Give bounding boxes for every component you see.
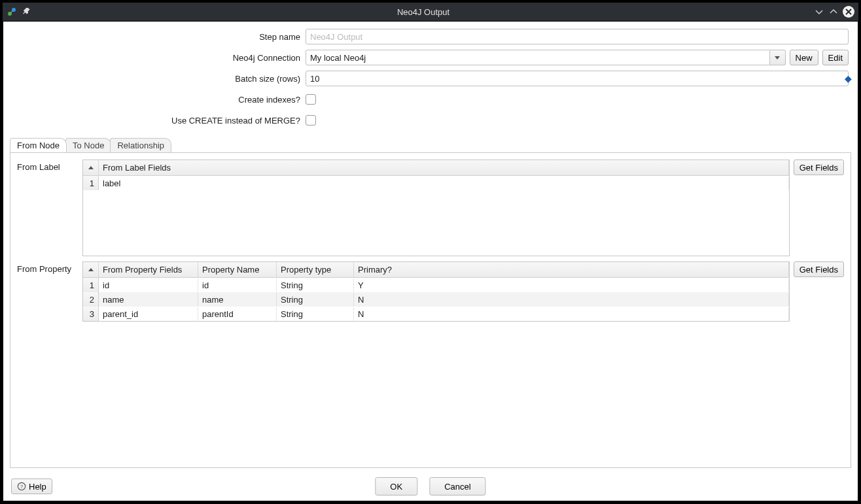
- variable-icon[interactable]: ◆: [845, 73, 852, 81]
- pin-icon[interactable]: [22, 7, 33, 17]
- batch-size-label: Batch size (rows): [12, 74, 306, 84]
- table-row[interactable]: 2 name name String N: [83, 292, 789, 307]
- use-create-label: Use CREATE instead of MERGE?: [12, 116, 306, 126]
- help-label: Help: [29, 482, 46, 492]
- row-number: 1: [83, 176, 99, 190]
- dialog-body: Step name Neo4j Connection New Edit Batc…: [3, 21, 858, 501]
- from-property-get-fields-button[interactable]: Get Fields: [794, 261, 844, 277]
- from-property-grid-header: From Property Fields Property Name Prope…: [83, 262, 789, 278]
- batch-size-input[interactable]: [306, 71, 849, 86]
- sort-icon[interactable]: [83, 262, 99, 277]
- from-property-grid[interactable]: From Property Fields Property Name Prope…: [82, 261, 790, 322]
- cell-label-field[interactable]: label: [99, 177, 789, 190]
- tab-panel-from-node: From Label From Label Fields 1 label: [10, 152, 851, 468]
- create-indexes-label: Create indexes?: [12, 95, 306, 105]
- window-title: Neo4J Output: [33, 7, 814, 17]
- from-property-section: From Property From Property Fields Prope…: [17, 261, 844, 461]
- form-area: Step name Neo4j Connection New Edit Batc…: [3, 22, 858, 137]
- svg-text:?: ?: [20, 484, 24, 490]
- close-icon[interactable]: [843, 6, 854, 18]
- help-icon: ?: [17, 482, 26, 491]
- cell-type[interactable]: String: [277, 294, 354, 306]
- table-row[interactable]: 3 parent_id parentId String N: [83, 307, 789, 321]
- dialog-window: Neo4J Output Step name Neo4j Connectio: [0, 0, 861, 504]
- header-primary[interactable]: Primary?: [354, 262, 789, 277]
- maximize-icon[interactable]: [828, 7, 839, 17]
- header-property-fields[interactable]: From Property Fields: [99, 262, 198, 277]
- header-property-type[interactable]: Property type: [277, 262, 354, 277]
- cell-field[interactable]: name: [99, 294, 198, 306]
- from-label-grid[interactable]: From Label Fields 1 label: [82, 160, 790, 256]
- row-number: 1: [83, 278, 99, 292]
- cell-field[interactable]: id: [99, 279, 198, 292]
- from-label-grid-header: From Label Fields: [83, 160, 789, 176]
- tab-to-node[interactable]: To Node: [65, 138, 111, 152]
- ok-button[interactable]: OK: [375, 477, 417, 496]
- row-number: 3: [83, 307, 99, 321]
- help-button[interactable]: ? Help: [11, 479, 52, 494]
- from-label-get-fields-button[interactable]: Get Fields: [794, 160, 844, 175]
- connection-label: Neo4j Connection: [12, 53, 306, 63]
- from-label-section: From Label From Label Fields 1 label: [17, 160, 844, 256]
- cell-name[interactable]: parentId: [198, 308, 277, 320]
- from-label-title: From Label: [17, 160, 77, 172]
- table-row[interactable]: 1 label: [83, 176, 789, 190]
- dialog-footer: ? Help OK Cancel: [3, 472, 858, 501]
- app-icon: [7, 7, 17, 17]
- cell-type[interactable]: String: [277, 308, 354, 320]
- cell-type[interactable]: String: [277, 279, 354, 292]
- cancel-button[interactable]: Cancel: [429, 477, 485, 496]
- step-name-label: Step name: [12, 32, 306, 42]
- from-label-fields-header[interactable]: From Label Fields: [99, 160, 789, 175]
- cell-field[interactable]: parent_id: [99, 308, 198, 320]
- svg-line-2: [10, 10, 13, 13]
- from-property-title: From Property: [17, 261, 77, 274]
- cell-name[interactable]: id: [198, 279, 277, 292]
- connection-combo[interactable]: [306, 50, 786, 65]
- tab-from-node[interactable]: From Node: [10, 138, 67, 152]
- cell-primary[interactable]: N: [354, 294, 789, 306]
- row-number: 2: [83, 292, 99, 307]
- minimize-icon[interactable]: [814, 7, 824, 17]
- tabs-bar: From Node To Node Relationship: [3, 137, 858, 152]
- connection-new-button[interactable]: New: [790, 50, 818, 65]
- table-row[interactable]: 1 id id String Y: [83, 278, 789, 292]
- cell-primary[interactable]: Y: [354, 279, 789, 292]
- use-create-checkbox[interactable]: [306, 115, 316, 126]
- sort-icon[interactable]: [83, 160, 99, 175]
- step-name-input[interactable]: [306, 29, 849, 44]
- titlebar: Neo4J Output: [3, 3, 858, 21]
- create-indexes-checkbox[interactable]: [306, 94, 316, 105]
- connection-input[interactable]: [306, 50, 770, 65]
- header-property-name[interactable]: Property Name: [198, 262, 277, 277]
- tab-relationship[interactable]: Relationship: [110, 138, 171, 152]
- cell-name[interactable]: name: [198, 294, 277, 306]
- cell-primary[interactable]: N: [354, 308, 789, 320]
- connection-edit-button[interactable]: Edit: [822, 50, 849, 65]
- connection-dropdown-button[interactable]: [770, 50, 786, 65]
